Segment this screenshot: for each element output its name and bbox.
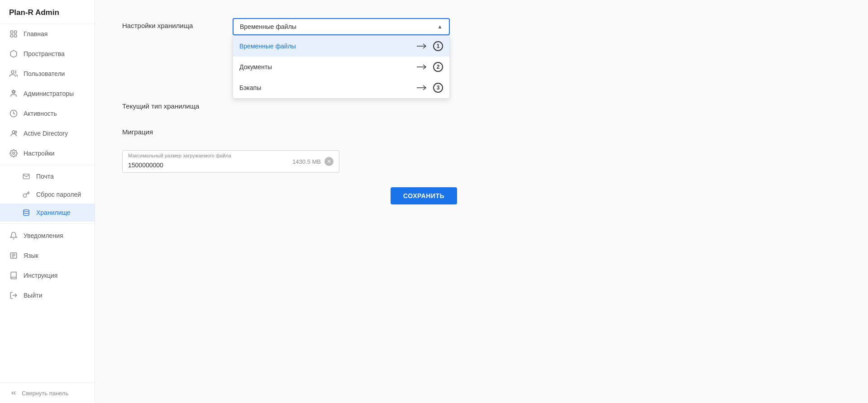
storage-icon <box>22 208 31 217</box>
arrow-right-icon-2 <box>417 64 430 70</box>
migration-label: Миграция <box>122 124 222 136</box>
storage-dropdown-trigger[interactable]: Временные файлы ▲ <box>233 18 450 35</box>
storage-dropdown-menu: Временные файлы 1 Документы <box>233 35 450 99</box>
sidebar-label-active-directory: Active Directory <box>24 130 68 137</box>
sidebar-item-activity[interactable]: Активность <box>0 104 95 123</box>
file-size-label: Максимальный размер загружаемого файла <box>128 153 231 158</box>
svg-rect-2 <box>10 35 13 37</box>
lang-icon <box>9 251 18 260</box>
sidebar-item-logout[interactable]: Выйти <box>0 285 95 305</box>
option-backups-arrow: 3 <box>417 83 443 93</box>
dropdown-option-docs[interactable]: Документы 2 <box>233 57 449 77</box>
sidebar-item-active-directory[interactable]: Active Directory <box>0 123 95 143</box>
sidebar-label-home: Главная <box>24 30 48 38</box>
bell-icon <box>9 231 18 240</box>
arrow-right-icon-3 <box>417 85 430 91</box>
sidebar-item-settings[interactable]: Настройки <box>0 143 95 163</box>
option-badge-1: 1 <box>433 41 443 51</box>
sidebar-label-password-reset: Сброс паролей <box>36 191 81 198</box>
sidebar-sub-password-reset[interactable]: Сброс паролей <box>0 185 95 204</box>
option-temp-label: Временные файлы <box>239 43 296 50</box>
sidebar-item-home[interactable]: Главная <box>0 24 95 44</box>
option-docs-label: Документы <box>239 63 272 71</box>
box-icon <box>9 49 18 58</box>
ad-icon <box>9 129 18 138</box>
sidebar-label-admins: Администраторы <box>24 90 74 97</box>
svg-point-8 <box>14 131 17 133</box>
option-backups-label: Бэкапы <box>239 84 261 91</box>
file-size-section: Максимальный размер загружаемого файла 1… <box>122 150 430 173</box>
current-type-row: Текущий тип хранилища <box>122 99 841 110</box>
logout-icon <box>9 291 18 300</box>
option-badge-2: 2 <box>433 62 443 72</box>
svg-point-10 <box>24 209 29 211</box>
file-size-suffix: 1430.5 MB <box>292 158 321 165</box>
users-icon <box>9 69 18 78</box>
book-icon <box>9 271 18 280</box>
main-content: Настройки хранилища Временные файлы ▲ Вр… <box>95 0 868 403</box>
option-badge-3: 3 <box>433 83 443 93</box>
sidebar-sub-mail[interactable]: Почта <box>0 167 95 185</box>
sidebar-label-language: Язык <box>24 252 38 259</box>
gear-icon <box>9 149 18 158</box>
sidebar-label-instructions: Инструкция <box>24 272 57 279</box>
storage-dropdown-wrapper: Временные файлы ▲ Временные файлы 1 <box>233 18 450 35</box>
collapse-label: Свернуть панель <box>22 390 68 397</box>
svg-rect-0 <box>10 31 13 33</box>
app-title: Plan-R Admin <box>0 0 95 24</box>
sidebar-label-logout: Выйти <box>24 292 42 299</box>
file-size-value: 1500000000 <box>128 161 289 169</box>
sidebar-item-language[interactable]: Язык <box>0 246 95 266</box>
clock-icon <box>9 109 18 118</box>
sidebar-sub-storage[interactable]: Хранилище <box>0 204 95 222</box>
divider-2 <box>0 223 95 224</box>
current-type-label: Текущий тип хранилища <box>122 99 222 110</box>
sidebar-label-notifications: Уведомления <box>24 232 63 239</box>
sidebar-label-activity: Активность <box>24 110 57 117</box>
key-icon <box>22 190 31 199</box>
svg-rect-1 <box>14 31 17 33</box>
dropdown-option-temp[interactable]: Временные файлы 1 <box>233 36 449 57</box>
svg-rect-3 <box>14 35 17 37</box>
sidebar-item-admins[interactable]: Администраторы <box>0 84 95 104</box>
arrow-right-icon <box>417 43 430 49</box>
sidebar-label-users: Пользователи <box>24 70 65 77</box>
collapse-button[interactable]: Свернуть панель <box>0 383 95 403</box>
sidebar: Plan-R Admin Главная Пространства Пользо… <box>0 0 95 403</box>
option-docs-arrow: 2 <box>417 62 443 72</box>
svg-point-9 <box>13 152 15 155</box>
migration-row: Миграция <box>122 124 841 136</box>
svg-point-4 <box>11 71 14 73</box>
sidebar-label-settings: Настройки <box>24 150 55 157</box>
home-icon <box>9 29 18 38</box>
sidebar-item-instructions[interactable]: Инструкция <box>0 266 95 285</box>
storage-settings-row: Настройки хранилища Временные файлы ▲ Вр… <box>122 18 841 35</box>
storage-settings-label: Настройки хранилища <box>122 18 222 29</box>
divider-1 <box>0 165 95 166</box>
collapse-icon <box>9 389 18 398</box>
sidebar-item-notifications[interactable]: Уведомления <box>0 226 95 246</box>
admin-icon <box>9 89 18 98</box>
sidebar-label-mail: Почта <box>36 173 54 180</box>
chevron-up-icon: ▲ <box>437 24 443 30</box>
dropdown-option-backups[interactable]: Бэкапы 3 <box>233 77 449 98</box>
mail-icon <box>22 172 31 181</box>
sidebar-item-users[interactable]: Пользователи <box>0 64 95 84</box>
save-button[interactable]: СОХРАНИТЬ <box>391 187 457 204</box>
save-row: СОХРАНИТЬ <box>122 187 457 204</box>
selected-option-text: Временные файлы <box>240 23 296 30</box>
file-size-field[interactable]: Максимальный размер загружаемого файла 1… <box>122 150 339 173</box>
sidebar-item-spaces[interactable]: Пространства <box>0 44 95 64</box>
clear-field-button[interactable]: ✕ <box>324 157 334 166</box>
option-temp-arrow: 1 <box>417 41 443 51</box>
sidebar-label-spaces: Пространства <box>24 50 65 57</box>
sidebar-label-storage: Хранилище <box>36 209 71 216</box>
